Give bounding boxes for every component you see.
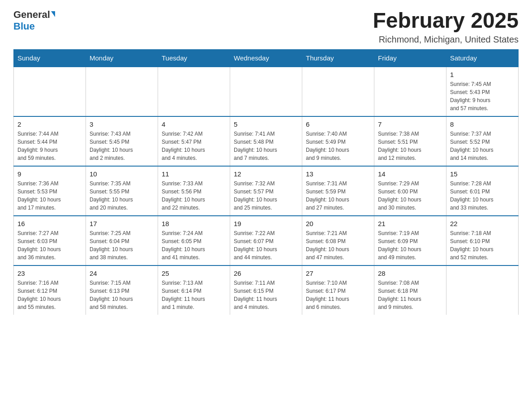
day-info: Sunrise: 7:42 AM Sunset: 5:47 PM Dayligh… [162, 130, 226, 162]
calendar-cell: 18Sunrise: 7:24 AM Sunset: 6:05 PM Dayli… [158, 216, 230, 265]
day-info: Sunrise: 7:25 AM Sunset: 6:04 PM Dayligh… [90, 229, 154, 261]
day-number: 21 [378, 220, 442, 227]
day-info: Sunrise: 7:19 AM Sunset: 6:09 PM Dayligh… [378, 229, 442, 261]
day-number: 13 [306, 170, 370, 178]
day-number: 17 [90, 220, 154, 227]
calendar-cell: 14Sunrise: 7:29 AM Sunset: 6:00 PM Dayli… [374, 166, 446, 216]
calendar-cell: 12Sunrise: 7:32 AM Sunset: 5:57 PM Dayli… [230, 166, 302, 216]
day-number: 18 [162, 220, 226, 227]
calendar-cell: 11Sunrise: 7:33 AM Sunset: 5:56 PM Dayli… [158, 166, 230, 216]
day-info: Sunrise: 7:33 AM Sunset: 5:56 PM Dayligh… [162, 180, 226, 212]
calendar-cell: 8Sunrise: 7:37 AM Sunset: 5:52 PM Daylig… [446, 116, 519, 166]
day-number: 26 [234, 270, 298, 277]
day-info: Sunrise: 7:37 AM Sunset: 5:52 PM Dayligh… [450, 130, 515, 162]
day-info: Sunrise: 7:41 AM Sunset: 5:48 PM Dayligh… [234, 130, 298, 162]
day-info: Sunrise: 7:21 AM Sunset: 6:08 PM Dayligh… [306, 229, 370, 261]
day-number: 16 [17, 220, 82, 227]
calendar-cell [14, 67, 86, 116]
calendar-cell: 28Sunrise: 7:08 AM Sunset: 6:18 PM Dayli… [374, 265, 446, 315]
day-info: Sunrise: 7:35 AM Sunset: 5:55 PM Dayligh… [90, 180, 154, 212]
day-number: 10 [90, 170, 154, 178]
day-info: Sunrise: 7:24 AM Sunset: 6:05 PM Dayligh… [162, 229, 226, 261]
calendar-cell [446, 265, 519, 315]
day-header-friday: Friday [374, 49, 446, 67]
day-info: Sunrise: 7:15 AM Sunset: 6:13 PM Dayligh… [90, 279, 154, 311]
calendar-cell: 23Sunrise: 7:16 AM Sunset: 6:12 PM Dayli… [14, 265, 86, 315]
day-number: 8 [450, 120, 515, 128]
day-info: Sunrise: 7:27 AM Sunset: 6:03 PM Dayligh… [17, 229, 82, 261]
day-number: 22 [450, 220, 515, 227]
day-info: Sunrise: 7:43 AM Sunset: 5:45 PM Dayligh… [90, 130, 154, 162]
day-number: 12 [234, 170, 298, 178]
calendar-cell [230, 67, 302, 116]
day-number: 23 [17, 270, 82, 277]
calendar-cell [158, 67, 230, 116]
calendar-cell: 17Sunrise: 7:25 AM Sunset: 6:04 PM Dayli… [86, 216, 158, 265]
day-info: Sunrise: 7:22 AM Sunset: 6:07 PM Dayligh… [234, 229, 298, 261]
day-number: 14 [378, 170, 442, 178]
calendar-table: SundayMondayTuesdayWednesdayThursdayFrid… [13, 49, 519, 315]
calendar-week-row: 16Sunrise: 7:27 AM Sunset: 6:03 PM Dayli… [14, 216, 519, 265]
logo-general-text: General [13, 9, 50, 21]
calendar-cell: 13Sunrise: 7:31 AM Sunset: 5:59 PM Dayli… [302, 166, 374, 216]
calendar-week-row: 1Sunrise: 7:45 AM Sunset: 5:43 PM Daylig… [14, 67, 519, 116]
logo: General Blue [13, 9, 55, 32]
calendar-cell: 21Sunrise: 7:19 AM Sunset: 6:09 PM Dayli… [374, 216, 446, 265]
day-number: 25 [162, 270, 226, 277]
day-info: Sunrise: 7:08 AM Sunset: 6:18 PM Dayligh… [378, 279, 442, 311]
page-header: General Blue February 2025 Richmond, Mic… [13, 9, 519, 45]
day-number: 20 [306, 220, 370, 227]
day-number: 2 [17, 120, 82, 128]
day-info: Sunrise: 7:18 AM Sunset: 6:10 PM Dayligh… [450, 229, 515, 261]
day-header-monday: Monday [86, 49, 158, 67]
day-number: 24 [90, 270, 154, 277]
day-number: 6 [306, 120, 370, 128]
calendar-cell: 24Sunrise: 7:15 AM Sunset: 6:13 PM Dayli… [86, 265, 158, 315]
day-number: 7 [378, 120, 442, 128]
logo-blue-text: Blue [13, 21, 35, 32]
calendar-cell: 5Sunrise: 7:41 AM Sunset: 5:48 PM Daylig… [230, 116, 302, 166]
day-number: 5 [234, 120, 298, 128]
calendar-cell: 15Sunrise: 7:28 AM Sunset: 6:01 PM Dayli… [446, 166, 519, 216]
day-info: Sunrise: 7:16 AM Sunset: 6:12 PM Dayligh… [17, 279, 82, 311]
day-info: Sunrise: 7:13 AM Sunset: 6:14 PM Dayligh… [162, 279, 226, 311]
calendar-cell: 19Sunrise: 7:22 AM Sunset: 6:07 PM Dayli… [230, 216, 302, 265]
day-info: Sunrise: 7:28 AM Sunset: 6:01 PM Dayligh… [450, 180, 515, 212]
calendar-cell: 1Sunrise: 7:45 AM Sunset: 5:43 PM Daylig… [446, 67, 519, 116]
calendar-cell [302, 67, 374, 116]
day-header-wednesday: Wednesday [230, 49, 302, 67]
calendar-cell: 20Sunrise: 7:21 AM Sunset: 6:08 PM Dayli… [302, 216, 374, 265]
calendar-cell [374, 67, 446, 116]
day-info: Sunrise: 7:11 AM Sunset: 6:15 PM Dayligh… [234, 279, 298, 311]
calendar-cell: 10Sunrise: 7:35 AM Sunset: 5:55 PM Dayli… [86, 166, 158, 216]
day-header-sunday: Sunday [14, 49, 86, 67]
day-info: Sunrise: 7:45 AM Sunset: 5:43 PM Dayligh… [450, 80, 515, 112]
day-number: 1 [450, 71, 515, 78]
calendar-cell: 2Sunrise: 7:44 AM Sunset: 5:44 PM Daylig… [14, 116, 86, 166]
day-header-thursday: Thursday [302, 49, 374, 67]
calendar-cell: 9Sunrise: 7:36 AM Sunset: 5:53 PM Daylig… [14, 166, 86, 216]
day-number: 28 [378, 270, 442, 277]
day-number: 19 [234, 220, 298, 227]
calendar-week-row: 9Sunrise: 7:36 AM Sunset: 5:53 PM Daylig… [14, 166, 519, 216]
calendar-cell: 25Sunrise: 7:13 AM Sunset: 6:14 PM Dayli… [158, 265, 230, 315]
calendar-cell [86, 67, 158, 116]
day-info: Sunrise: 7:10 AM Sunset: 6:17 PM Dayligh… [306, 279, 370, 311]
calendar-week-row: 23Sunrise: 7:16 AM Sunset: 6:12 PM Dayli… [14, 265, 519, 315]
calendar-cell: 4Sunrise: 7:42 AM Sunset: 5:47 PM Daylig… [158, 116, 230, 166]
calendar-cell: 7Sunrise: 7:38 AM Sunset: 5:51 PM Daylig… [374, 116, 446, 166]
calendar-cell: 6Sunrise: 7:40 AM Sunset: 5:49 PM Daylig… [302, 116, 374, 166]
day-number: 4 [162, 120, 226, 128]
day-info: Sunrise: 7:38 AM Sunset: 5:51 PM Dayligh… [378, 130, 442, 162]
page-subtitle: Richmond, Michigan, United States [373, 34, 519, 45]
day-number: 3 [90, 120, 154, 128]
day-info: Sunrise: 7:36 AM Sunset: 5:53 PM Dayligh… [17, 180, 82, 212]
calendar-cell: 27Sunrise: 7:10 AM Sunset: 6:17 PM Dayli… [302, 265, 374, 315]
day-info: Sunrise: 7:44 AM Sunset: 5:44 PM Dayligh… [17, 130, 82, 162]
calendar-week-row: 2Sunrise: 7:44 AM Sunset: 5:44 PM Daylig… [14, 116, 519, 166]
calendar-cell: 22Sunrise: 7:18 AM Sunset: 6:10 PM Dayli… [446, 216, 519, 265]
day-number: 9 [17, 170, 82, 178]
day-number: 11 [162, 170, 226, 178]
calendar-cell: 26Sunrise: 7:11 AM Sunset: 6:15 PM Dayli… [230, 265, 302, 315]
day-number: 27 [306, 270, 370, 277]
